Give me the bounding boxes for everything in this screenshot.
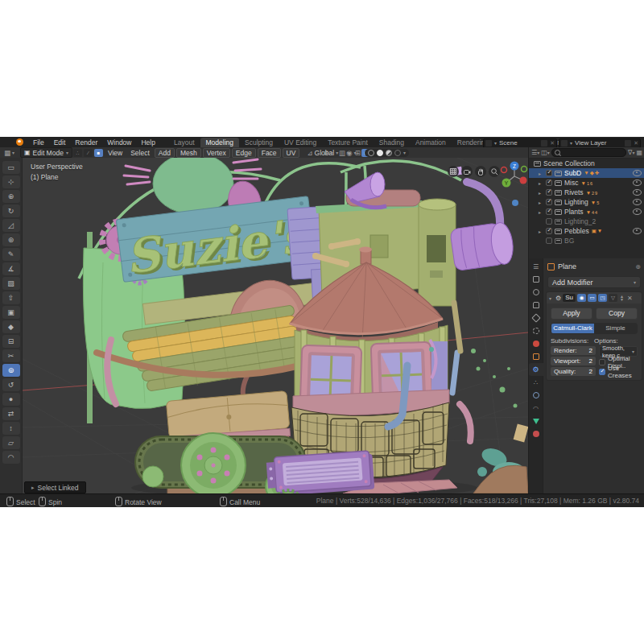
- ortho-grid-button[interactable]: [448, 166, 459, 177]
- pin-icon[interactable]: ⊕: [635, 263, 641, 270]
- eye-icon[interactable]: [633, 180, 642, 186]
- mode-dropdown[interactable]: ▣ Edit Mode ▾: [20, 147, 72, 158]
- new-view-layer-button[interactable]: [625, 140, 631, 147]
- checkbox[interactable]: [546, 170, 552, 176]
- apply-button[interactable]: Apply: [551, 308, 592, 320]
- menu-file[interactable]: File: [28, 138, 49, 147]
- tool-annotate[interactable]: ✎: [2, 248, 20, 261]
- expand-icon[interactable]: ▸: [539, 229, 543, 234]
- tool-extrude-region[interactable]: ⇧: [2, 291, 20, 304]
- model-radiator[interactable]: [266, 451, 374, 493]
- tab-editor-type[interactable]: ☰: [529, 260, 543, 273]
- checkbox[interactable]: [546, 180, 552, 186]
- menu-face[interactable]: Face: [258, 148, 281, 158]
- tab-render[interactable]: [529, 286, 543, 299]
- tool-shrink-fatten[interactable]: ↕: [2, 422, 20, 435]
- menu-vertex[interactable]: Vertex: [203, 148, 230, 158]
- menu-render[interactable]: Render: [70, 138, 102, 147]
- tool-knife[interactable]: ✂: [2, 349, 20, 362]
- menu-help[interactable]: Help: [136, 138, 159, 147]
- outliner-search-input[interactable]: [551, 148, 626, 157]
- outliner-row-scene-collection[interactable]: Scene Collection: [529, 159, 644, 168]
- outliner-filter-icon[interactable]: ∇▾: [628, 149, 634, 156]
- quality-field[interactable]: Quality:2: [551, 367, 596, 376]
- view-layer-selector[interactable]: ▾ View Layer ✕: [559, 138, 641, 148]
- tab-uv-editing[interactable]: UV Editing: [279, 138, 322, 147]
- tool-inset-faces[interactable]: ▣: [2, 306, 20, 319]
- tool-shear[interactable]: ▱: [2, 436, 20, 449]
- menu-edge[interactable]: Edge: [232, 148, 256, 158]
- outliner-row-misc[interactable]: ▸ Misc ▼16: [529, 178, 644, 188]
- tab-shading[interactable]: Shading: [374, 138, 410, 147]
- outliner-row-plants[interactable]: ▸ Plants ▼44: [529, 207, 644, 217]
- delete-modifier-icon[interactable]: ✕: [627, 295, 633, 302]
- tab-output[interactable]: [529, 299, 543, 312]
- tab-object-data[interactable]: [529, 415, 543, 427]
- checkbox[interactable]: [546, 208, 552, 215]
- render-subdiv-field[interactable]: Render:2: [551, 346, 596, 355]
- outliner-row-subd[interactable]: ▸ SubD ▼◆✚: [529, 168, 644, 178]
- tab-object[interactable]: [529, 350, 543, 363]
- menu-view[interactable]: View: [104, 149, 126, 157]
- tool-scale[interactable]: ◿: [2, 219, 20, 232]
- checkbox[interactable]: [546, 218, 552, 225]
- new-scene-button[interactable]: [541, 140, 547, 147]
- menu-uv[interactable]: UV: [283, 148, 300, 158]
- eye-icon[interactable]: [633, 228, 642, 234]
- collapse-icon[interactable]: ▾: [549, 295, 554, 301]
- camera-dot-icon[interactable]: [512, 200, 518, 206]
- tab-world[interactable]: [529, 337, 543, 350]
- tool-rip-region[interactable]: ◠: [2, 451, 20, 464]
- on-cage-toggle[interactable]: ▽: [609, 294, 617, 302]
- tool-loop-cut[interactable]: ⊟: [2, 335, 20, 348]
- modifier-header[interactable]: ▾ ⚙ Su ◉ ▭ ◳ ▽ ▲▼ ✕: [547, 292, 642, 303]
- menu-add[interactable]: Add: [155, 148, 175, 158]
- operator-panel[interactable]: ▸ Select Linked: [24, 481, 86, 493]
- tab-modeling[interactable]: Modeling: [200, 138, 240, 147]
- tool-measure[interactable]: ∡: [2, 262, 20, 275]
- move-modifier-buttons[interactable]: ▲▼: [620, 295, 624, 301]
- menu-mesh[interactable]: Mesh: [176, 148, 201, 158]
- outliner-row-pebbles[interactable]: ▸ Pebbles ▣▼: [529, 226, 644, 236]
- rendered-shading-icon[interactable]: [394, 150, 401, 156]
- tab-tool[interactable]: [529, 273, 543, 286]
- outliner-display-mode-icon[interactable]: ◫▾: [541, 149, 550, 156]
- overlays-dropdown[interactable]: ▥▾: [337, 149, 351, 157]
- copy-button[interactable]: Copy: [596, 308, 638, 320]
- tab-particles[interactable]: ∴: [529, 376, 543, 389]
- solid-shading-icon[interactable]: [377, 150, 383, 156]
- outliner-row-bg[interactable]: ▸ BG: [529, 236, 644, 246]
- checkbox[interactable]: [546, 228, 552, 234]
- expand-icon[interactable]: ▸: [539, 200, 543, 205]
- tool-edge-slide[interactable]: ⇄: [2, 407, 20, 420]
- outliner-new-collection-icon[interactable]: ▦: [636, 149, 642, 156]
- face-select-button[interactable]: ■: [94, 149, 103, 157]
- outliner-editor-icon[interactable]: ☰▾: [531, 149, 539, 156]
- checkbox[interactable]: [546, 237, 552, 244]
- viewport-subdiv-field[interactable]: Viewport:2: [551, 357, 596, 365]
- expand-icon[interactable]: ▸: [539, 209, 543, 215]
- close-scene-icon[interactable]: ✕: [550, 140, 555, 147]
- expand-operator-icon[interactable]: ▸: [31, 485, 35, 491]
- viewport-canvas[interactable]: Suzie's Suzie's: [23, 158, 528, 493]
- gizmos-dropdown[interactable]: ⊕▾: [322, 149, 335, 157]
- vertex-select-button[interactable]: ∴: [73, 149, 82, 157]
- tab-constraints[interactable]: ◠: [529, 402, 543, 415]
- tab-texture-paint[interactable]: Texture Paint: [322, 138, 374, 147]
- realtime-visibility-toggle[interactable]: ▭: [588, 294, 597, 302]
- tab-modifiers[interactable]: ⚙: [529, 363, 543, 376]
- menu-select[interactable]: Select: [126, 149, 154, 157]
- xray-toggle[interactable]: ⊞: [353, 149, 362, 157]
- camera-view-button[interactable]: [461, 166, 473, 177]
- editmode-visibility-toggle[interactable]: ◳: [598, 294, 607, 302]
- outliner-row-lighting-2[interactable]: ▸ Lighting_2: [529, 217, 644, 226]
- simple-button[interactable]: Simple: [594, 324, 637, 333]
- tool-cursor[interactable]: ⊹: [2, 175, 20, 188]
- tool-poly-build[interactable]: ⊚: [2, 364, 20, 377]
- wireframe-shading-icon[interactable]: [368, 150, 374, 156]
- modifier-name-field[interactable]: Su: [563, 294, 576, 302]
- tool-spin[interactable]: ↺: [2, 378, 20, 391]
- tool-select-box[interactable]: ▭: [2, 161, 20, 174]
- edge-select-button[interactable]: ∕: [84, 149, 93, 157]
- pan-hand-button[interactable]: [475, 166, 486, 177]
